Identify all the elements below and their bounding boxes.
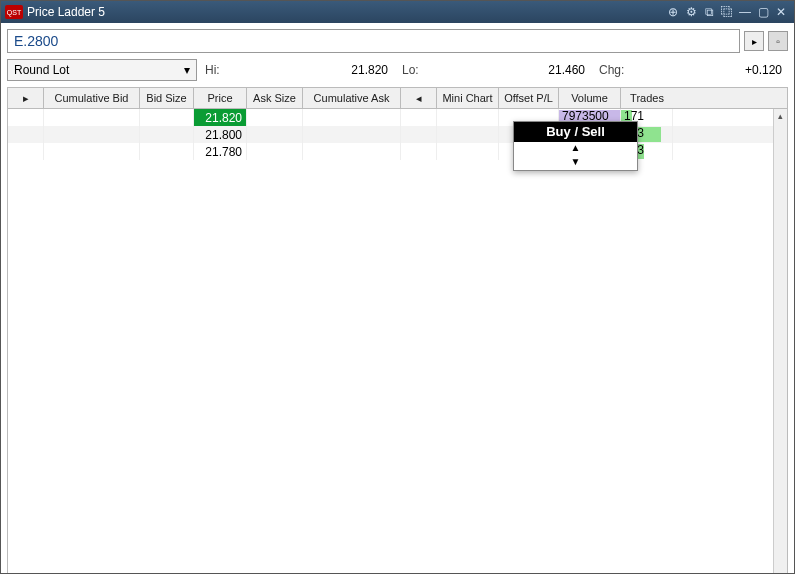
ladder-row[interactable]: 21.8009649000613 bbox=[8, 126, 773, 143]
pin-icon[interactable]: ⊕ bbox=[664, 4, 682, 20]
minimize-icon[interactable]: — bbox=[736, 4, 754, 20]
gear-icon[interactable]: ⚙ bbox=[682, 4, 700, 20]
col-arrow-left[interactable]: ▸ bbox=[8, 88, 44, 108]
maximize-icon[interactable]: ▢ bbox=[754, 4, 772, 20]
buy-sell-title: Buy / Sell bbox=[514, 122, 637, 142]
hi-value: 21.820 bbox=[224, 63, 394, 77]
title-bar: QST Price Ladder 5 ⊕ ⚙ ⧉ ⿻ — ▢ ✕ bbox=[1, 1, 794, 23]
col-mini-chart[interactable]: Mini Chart bbox=[437, 88, 499, 108]
price-ladder-grid: ▸ Cumulative Bid Bid Size Price Ask Size… bbox=[7, 87, 788, 574]
lot-selector-label: Round Lot bbox=[14, 63, 69, 77]
col-bid-size[interactable]: Bid Size bbox=[140, 88, 194, 108]
scroll-up-icon[interactable]: ▴ bbox=[774, 109, 787, 123]
col-cumulative-ask[interactable]: Cumulative Ask bbox=[303, 88, 401, 108]
buy-sell-down-icon[interactable]: ▼ bbox=[514, 156, 637, 170]
buy-sell-panel: Buy / Sell ▲ ▼ bbox=[513, 121, 638, 171]
col-trades[interactable]: Trades bbox=[621, 88, 673, 108]
buy-sell-up-icon[interactable]: ▲ bbox=[514, 142, 637, 156]
col-volume[interactable]: Volume bbox=[559, 88, 621, 108]
play-button[interactable]: ▸ bbox=[744, 31, 764, 51]
ladder-row[interactable]: 21.8207973500171 bbox=[8, 109, 773, 126]
grid-header: ▸ Cumulative Bid Bid Size Price Ask Size… bbox=[7, 87, 788, 109]
chg-value: +0.120 bbox=[628, 63, 788, 77]
app-logo: QST bbox=[5, 5, 23, 19]
col-cumulative-bid[interactable]: Cumulative Bid bbox=[44, 88, 140, 108]
hi-label: Hi: bbox=[201, 63, 224, 77]
chevron-down-icon: ▾ bbox=[184, 63, 190, 77]
scrollbar[interactable]: ▴ ▾ bbox=[773, 109, 787, 574]
col-offset-pl[interactable]: Offset P/L bbox=[499, 88, 559, 108]
lot-selector[interactable]: Round Lot ▾ bbox=[7, 59, 197, 81]
link-button[interactable]: ▫ bbox=[768, 31, 788, 51]
col-ask-size[interactable]: Ask Size bbox=[247, 88, 303, 108]
grid-body: 21.820797350017121.800964900061321.78012… bbox=[7, 109, 788, 574]
lo-value: 21.460 bbox=[423, 63, 591, 77]
symbol-input[interactable]: E.2800 bbox=[7, 29, 740, 53]
lo-label: Lo: bbox=[398, 63, 423, 77]
col-arrow-right[interactable]: ◂ bbox=[401, 88, 437, 108]
copy-icon[interactable]: ⿻ bbox=[718, 4, 736, 20]
symbol-row: E.2800 ▸ ▫ bbox=[1, 23, 794, 57]
info-row: Round Lot ▾ Hi: 21.820 Lo: 21.460 Chg: +… bbox=[1, 57, 794, 87]
chg-label: Chg: bbox=[595, 63, 628, 77]
col-price[interactable]: Price bbox=[194, 88, 247, 108]
close-icon[interactable]: ✕ bbox=[772, 4, 790, 20]
popout-icon[interactable]: ⧉ bbox=[700, 4, 718, 20]
ladder-row[interactable]: 21.78012653500353 bbox=[8, 143, 773, 160]
window-title: Price Ladder 5 bbox=[27, 5, 664, 19]
